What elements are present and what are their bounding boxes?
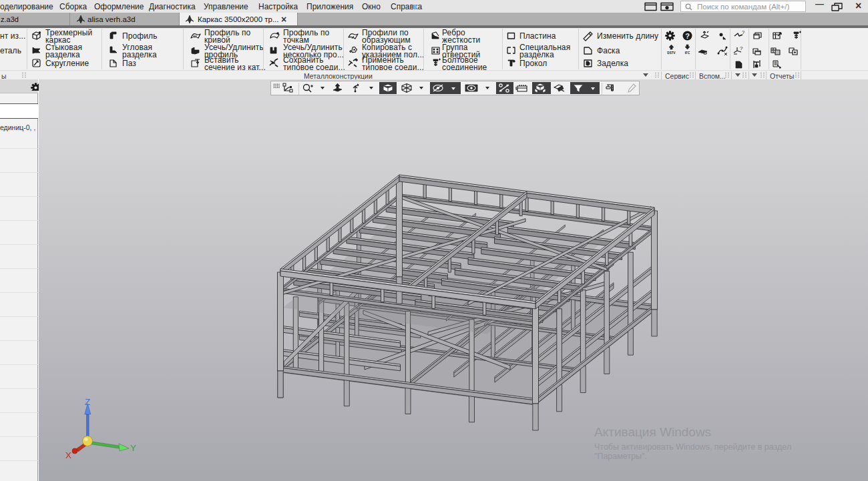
svg-text:Y: Y — [130, 443, 136, 453]
svg-text:?: ? — [742, 30, 744, 35]
svg-text:X: X — [65, 450, 71, 460]
svg-text:IFC: IFC — [685, 51, 690, 55]
svg-text:DSTV: DSTV — [667, 51, 676, 55]
svg-text:?: ? — [685, 32, 690, 40]
svg-text:Z: Z — [85, 397, 90, 407]
svg-text:?: ? — [740, 45, 743, 51]
